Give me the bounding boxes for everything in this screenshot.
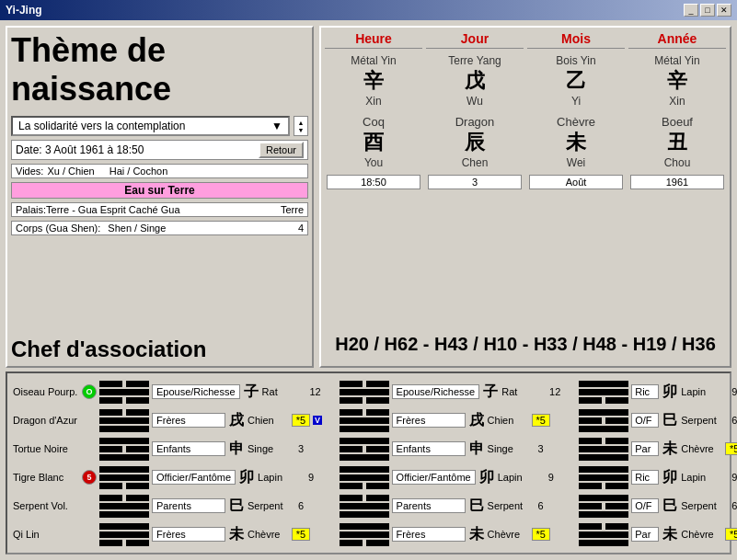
close-button[interactable]: ✕: [717, 4, 731, 17]
circle-green: O: [82, 384, 97, 399]
right-panel: Heure Jour Mois Année Métal Yin 辛 Xin Co…: [319, 26, 731, 368]
number-badge: *5: [292, 414, 310, 427]
mid-trigram-row: Parents 巳 Serpent 6: [340, 493, 565, 519]
col-3-animal-chinese: 丑: [630, 129, 724, 156]
trigram-char: 卯: [478, 468, 495, 487]
column-heure: Métal Yin 辛 Xin Coq 酉 You 18:50: [325, 52, 422, 323]
title-bar: Yi-Jing _ □ ✕: [0, 0, 737, 20]
trigram-field-small[interactable]: Ric: [631, 384, 659, 399]
left-trigram-row: Qi Lin Frères 未 Chèvre *5: [13, 521, 325, 547]
trigram-field[interactable]: Frères: [152, 527, 225, 542]
trigram-char: 巳: [468, 497, 485, 516]
col-header-mois: Mois: [527, 31, 625, 49]
trigram-field[interactable]: Parents: [152, 498, 225, 513]
minimize-button[interactable]: _: [684, 4, 698, 17]
trigram-char: 卯: [238, 468, 255, 487]
mid-trigram-row: Officier/Fantôme 卯 Lapin 9: [340, 464, 565, 490]
trigram-field[interactable]: Frères: [152, 413, 225, 428]
number-plain: 9: [725, 386, 737, 397]
col-1-animal: Dragon: [428, 115, 522, 129]
number-badge: *5: [532, 528, 550, 541]
top-section: Thème de naissance La solidarité vers la…: [6, 26, 731, 368]
trigram-field[interactable]: Epouse/Richesse: [152, 384, 240, 399]
mid-trigram-row: Enfants 申 Singe 3: [340, 436, 565, 462]
trigram-field-small[interactable]: O/F: [631, 498, 659, 513]
col-2-chinese: 乙: [529, 67, 623, 95]
trigram-animal: Serpent: [681, 500, 722, 511]
number-plain: 12: [546, 386, 564, 397]
mid-trigram-row: Frères 戌 Chien *5: [340, 407, 565, 433]
trigram-char: 卯: [662, 468, 678, 487]
col-2-animal-pinyin: Wei: [529, 156, 623, 169]
col-3-value: 1961: [630, 175, 724, 189]
main-content: Thème de naissance La solidarité vers la…: [0, 20, 737, 560]
col-0-animal-chinese: 酉: [327, 129, 420, 156]
trigram-animal: Rat: [501, 386, 543, 397]
trigram-char: 申: [228, 440, 245, 459]
trigram-field[interactable]: Epouse/Richesse: [392, 384, 480, 399]
trigram-field[interactable]: Officier/Fantôme: [392, 470, 476, 485]
palais-row: Palais:Terre - Gua Esprit Caché Gua Terr…: [11, 202, 308, 217]
trigram-animal: Singe: [488, 443, 529, 454]
number-badge: *5: [292, 528, 310, 541]
col-2-animal: Chèvre: [529, 115, 623, 129]
trigram-char: 子: [482, 383, 499, 402]
vides-label: Vides:: [16, 166, 43, 177]
right-trigram-row: Par 未 Chèvre *5: [579, 521, 737, 547]
trigram-field-small[interactable]: Ric: [631, 470, 659, 485]
trigram-animal: Serpent: [681, 415, 722, 426]
left-panel: Thème de naissance La solidarité vers la…: [6, 26, 314, 368]
trigram-field[interactable]: Frères: [392, 527, 466, 542]
trigram-field[interactable]: Parents: [392, 498, 466, 513]
columns-grid: Heure Jour Mois Année: [325, 31, 726, 49]
col-0-animal: Coq: [327, 115, 420, 129]
trigram-animal: Rat: [262, 386, 304, 397]
col-0-animal-pinyin: You: [327, 156, 420, 169]
columns-content: Métal Yin 辛 Xin Coq 酉 You 18:50 Terre Ya…: [325, 52, 726, 323]
trigram-animal: Lapin: [681, 472, 722, 483]
bottom-left-col: Oiseau Pourp. O Epouse/Richesse 子 Rat 12…: [13, 379, 325, 547]
mid-trigram-row: Epouse/Richesse 子 Rat 12: [340, 379, 565, 405]
trigram-field-small[interactable]: Par: [631, 441, 659, 456]
bottom-middle-col: Epouse/Richesse 子 Rat 12 Frères 戌 Chien …: [340, 379, 565, 547]
trigram-animal: Chèvre: [248, 529, 289, 540]
number-plain: 12: [306, 386, 325, 397]
trigram-char: 未: [662, 525, 678, 544]
number-badge: *5: [725, 528, 737, 541]
window-title: Yi-Jing: [6, 4, 42, 17]
contemplation-dropdown[interactable]: La solidarité vers la contemplation ▼: [11, 116, 290, 136]
trigram-char: 巳: [662, 497, 678, 516]
number-badge: *5: [725, 442, 737, 455]
corps-label: Corps (Gua Shen):: [16, 223, 100, 234]
trigram-field[interactable]: Enfants: [392, 441, 466, 456]
trigram-field[interactable]: Officier/Fantôme: [152, 470, 236, 485]
trigram-char: 子: [243, 383, 259, 402]
trigram-char: 戌: [228, 411, 245, 430]
col-2-animal-chinese: 未: [529, 129, 623, 156]
maximize-button[interactable]: □: [700, 4, 715, 17]
trigram-field[interactable]: Enfants: [152, 441, 225, 456]
col-0-value: 18:50: [327, 175, 420, 189]
left-trigram-row: Dragon d'Azur Frères 戌 Chien *5 V: [13, 407, 325, 433]
trigram-field-small[interactable]: O/F: [631, 413, 659, 428]
col-3-pinyin: Xin: [630, 95, 724, 108]
dropdown-arrow: ▼: [271, 120, 282, 132]
col-3-element: Métal Yin: [630, 54, 724, 67]
trigram-label: Serpent Vol.: [13, 500, 79, 511]
trigram-char: 戌: [468, 411, 485, 430]
trigram-animal: Chèvre: [488, 529, 529, 540]
retour-button[interactable]: Retour: [259, 142, 304, 158]
circle-empty: [82, 441, 97, 456]
trigram-field[interactable]: Frères: [392, 413, 466, 428]
trigram-animal: Chèvre: [681, 529, 722, 540]
left-trigram-row: Serpent Vol. Parents 巳 Serpent 6: [13, 493, 325, 519]
hexagram-row: H20 / H62 - H43 / H10 - H33 / H48 - H19 …: [325, 326, 726, 362]
left-trigram-row: Tigre Blanc 5 Officier/Fantôme 卯 Lapin 9: [13, 464, 325, 490]
trigram-field-small[interactable]: Par: [631, 527, 659, 542]
trigram-animal: Singe: [248, 443, 289, 454]
corps-number: 4: [298, 223, 304, 234]
trigram-label: Dragon d'Azur: [13, 415, 79, 426]
trigram-char: 未: [468, 525, 485, 544]
scroll-up-down[interactable]: ▲ ▼: [294, 116, 308, 136]
col-1-chinese: 戊: [428, 67, 522, 95]
